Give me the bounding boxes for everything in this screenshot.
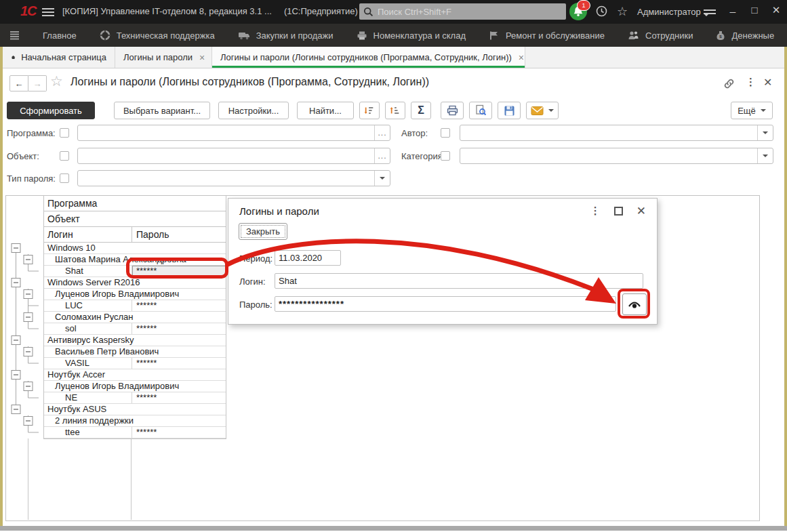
password-type-value-input[interactable] bbox=[78, 171, 374, 186]
table-row-object[interactable]: 2 линия поддержки bbox=[44, 415, 226, 427]
favorites-star-icon[interactable]: ☆ bbox=[617, 4, 628, 19]
print-preview-button[interactable] bbox=[469, 102, 492, 119]
table-row-login[interactable]: ttee****** bbox=[44, 427, 226, 438]
table-row-object[interactable]: Луценов Игорь Владимирович bbox=[44, 381, 226, 392]
column-header-login[interactable]: Логин bbox=[47, 229, 73, 240]
close-form-icon[interactable]: ✕ bbox=[763, 76, 772, 89]
settings-button[interactable]: Настройки... bbox=[218, 102, 289, 119]
table-row-program[interactable]: Ноутбук Accer bbox=[44, 369, 226, 381]
author-value-input[interactable] bbox=[460, 125, 757, 140]
dialog-more-icon[interactable]: ⋮ bbox=[590, 205, 601, 217]
choose-value-button[interactable]: ... bbox=[374, 125, 390, 140]
navigation-buttons: ← → bbox=[9, 75, 47, 91]
generate-button[interactable]: Сформировать bbox=[7, 102, 95, 119]
filter-checkbox-password-type[interactable] bbox=[60, 173, 69, 183]
program-value-input[interactable] bbox=[78, 125, 374, 140]
global-search[interactable] bbox=[359, 3, 566, 20]
more-button[interactable]: Ещё bbox=[731, 102, 773, 119]
section-purchases-sales[interactable]: Закупки и продажи bbox=[238, 30, 334, 41]
open-windows-tabbar: Начальная страница Логины и пароли × Лог… bbox=[3, 47, 784, 68]
dropdown-button[interactable] bbox=[374, 171, 390, 186]
send-email-button[interactable] bbox=[526, 102, 559, 119]
cell-password[interactable]: ****** bbox=[132, 392, 226, 403]
tab-close-icon[interactable]: × bbox=[519, 52, 524, 63]
dialog-close-icon[interactable]: ✕ bbox=[637, 205, 646, 217]
section-repair-maintenance[interactable]: Ремонт и обслуживание bbox=[489, 30, 605, 41]
maximize-button[interactable]: □ bbox=[747, 4, 762, 16]
subsystems-panel-icon[interactable] bbox=[9, 30, 20, 40]
object-value-input[interactable] bbox=[78, 148, 374, 163]
choose-value-button[interactable]: ... bbox=[374, 148, 390, 163]
category-value-input[interactable] bbox=[460, 148, 757, 163]
table-row-login[interactable]: NE****** bbox=[44, 392, 226, 404]
table-row-object[interactable]: Васильев Петр Иванович bbox=[44, 346, 226, 358]
table-row-object[interactable]: Луценов Игорь Владимирович bbox=[44, 289, 226, 300]
cell-password-selected[interactable]: ****** bbox=[132, 266, 226, 277]
minimize-button[interactable]: _ bbox=[725, 1, 740, 13]
filter-checkbox-program[interactable] bbox=[60, 128, 69, 138]
expand-groups-button[interactable] bbox=[359, 102, 380, 119]
current-user[interactable]: Администратор bbox=[637, 7, 701, 17]
forward-button[interactable]: → bbox=[28, 75, 47, 91]
section-home[interactable]: Главное bbox=[43, 30, 77, 41]
dropdown-button[interactable] bbox=[757, 148, 773, 163]
save-button[interactable] bbox=[498, 102, 521, 119]
sections-panel: ГлавноеТехническая поддержкаЗакупки и пр… bbox=[0, 24, 787, 47]
tab-home[interactable]: Начальная страница bbox=[3, 47, 115, 68]
close-window-button[interactable]: ✕ bbox=[769, 4, 784, 16]
filter-input-password-type bbox=[77, 170, 390, 186]
table-row-login[interactable]: sol****** bbox=[44, 323, 226, 335]
print-button[interactable] bbox=[441, 102, 464, 119]
password-input[interactable] bbox=[275, 296, 616, 312]
cell-password[interactable]: ****** bbox=[132, 427, 226, 438]
main-menu-icon[interactable] bbox=[42, 6, 54, 17]
filter-checkbox-author[interactable] bbox=[441, 128, 450, 138]
filter-label-author: Автор: bbox=[401, 128, 428, 138]
find-button[interactable]: Найти... bbox=[297, 102, 354, 119]
dropdown-arrow-icon bbox=[380, 177, 385, 180]
dropdown-button[interactable] bbox=[757, 125, 773, 140]
dialog-close-button[interactable]: Закрыть bbox=[239, 223, 287, 240]
notifications-bell-icon[interactable]: 1 bbox=[569, 3, 587, 20]
history-icon[interactable] bbox=[595, 5, 608, 20]
table-row-program[interactable]: Windows 10 bbox=[44, 243, 226, 254]
table-row-login[interactable]: VASIL****** bbox=[44, 358, 226, 369]
table-row-object[interactable]: Шатова Марина Александровна bbox=[44, 254, 226, 266]
login-input[interactable] bbox=[275, 273, 643, 289]
column-header-login-password[interactable]: Логин Пароль bbox=[44, 227, 226, 243]
more-actions-icon[interactable]: ⋮ bbox=[746, 76, 756, 88]
cell-password[interactable]: ****** bbox=[132, 323, 226, 334]
collapse-groups-button[interactable] bbox=[385, 102, 405, 119]
filter-checkbox-object[interactable] bbox=[60, 151, 69, 161]
column-header-password[interactable]: Пароль bbox=[132, 227, 226, 242]
show-password-button[interactable] bbox=[622, 293, 647, 315]
cell-password[interactable]: ****** bbox=[132, 300, 226, 311]
dialog-maximize-icon[interactable] bbox=[614, 207, 623, 216]
table-row-login[interactable]: Shat****** bbox=[44, 266, 226, 277]
column-header-object[interactable]: Объект bbox=[44, 211, 226, 227]
period-input[interactable] bbox=[275, 250, 341, 266]
table-row-program[interactable]: Ноутбук ASUS bbox=[44, 404, 226, 415]
cell-password[interactable]: ****** bbox=[132, 358, 226, 369]
add-favorite-star-icon[interactable]: ☆ bbox=[50, 73, 63, 89]
tab-logins[interactable]: Логины и пароли × bbox=[115, 47, 212, 68]
cell-text: Васильев Петр Иванович bbox=[44, 346, 159, 356]
search-input[interactable] bbox=[376, 6, 566, 18]
choose-variant-button[interactable]: Выбрать вариант... bbox=[114, 102, 210, 119]
column-header-program[interactable]: Программа bbox=[44, 196, 226, 211]
section-tech-support[interactable]: Техническая поддержка bbox=[100, 30, 215, 41]
section-nomenclature-warehouse[interactable]: Номенклатура и склад bbox=[357, 30, 466, 41]
table-row-login[interactable]: LUC****** bbox=[44, 300, 226, 312]
section-employees[interactable]: Сотрудники bbox=[628, 30, 693, 41]
filter-checkbox-category[interactable] bbox=[441, 151, 450, 161]
floppy-disk-icon bbox=[504, 105, 515, 117]
table-row-program[interactable]: Антивирус Kaspersky bbox=[44, 335, 226, 346]
table-row-object[interactable]: Соломахин Руслан bbox=[44, 312, 226, 323]
back-button[interactable]: ← bbox=[9, 75, 28, 91]
tab-logins-report[interactable]: Логины и пароли (Логины сотрудников (Про… bbox=[212, 47, 525, 68]
totals-button[interactable]: Σ bbox=[411, 102, 431, 119]
section-money[interactable]: sДенежные bbox=[716, 30, 774, 41]
get-link-icon[interactable] bbox=[723, 77, 735, 93]
tab-close-icon[interactable]: × bbox=[199, 52, 205, 63]
table-row-program[interactable]: Windows Server R2016 bbox=[44, 277, 226, 289]
